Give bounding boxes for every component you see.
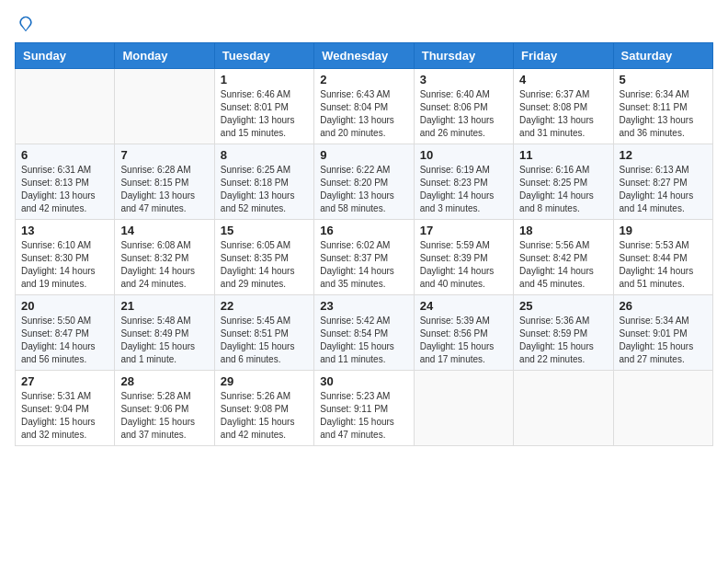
calendar-cell: 24Sunrise: 5:39 AMSunset: 8:56 PMDayligh… <box>414 295 513 371</box>
day-info: Sunrise: 6:34 AMSunset: 8:11 PMDaylight:… <box>620 88 707 140</box>
calendar-cell: 4Sunrise: 6:37 AMSunset: 8:08 PMDaylight… <box>514 69 613 144</box>
calendar-cell: 11Sunrise: 6:16 AMSunset: 8:25 PMDayligh… <box>514 144 613 220</box>
day-info: Sunrise: 6:13 AMSunset: 8:27 PMDaylight:… <box>620 164 707 215</box>
col-friday: Friday <box>514 43 613 69</box>
calendar-cell: 30Sunrise: 5:23 AMSunset: 9:11 PMDayligh… <box>314 371 414 446</box>
day-info: Sunrise: 5:50 AMSunset: 8:47 PMDaylight:… <box>21 315 108 366</box>
calendar-cell: 23Sunrise: 5:42 AMSunset: 8:54 PMDayligh… <box>314 295 414 371</box>
week-row-4: 20Sunrise: 5:50 AMSunset: 8:47 PMDayligh… <box>16 295 713 371</box>
day-info: Sunrise: 5:56 AMSunset: 8:42 PMDaylight:… <box>519 239 607 291</box>
calendar-cell: 10Sunrise: 6:19 AMSunset: 8:23 PMDayligh… <box>414 144 513 220</box>
day-number: 13 <box>21 224 108 237</box>
calendar-cell <box>514 371 613 446</box>
day-info: Sunrise: 5:26 AMSunset: 9:08 PMDaylight:… <box>221 390 308 442</box>
calendar-cell: 17Sunrise: 5:59 AMSunset: 8:39 PMDayligh… <box>414 220 513 295</box>
calendar-cell: 14Sunrise: 6:08 AMSunset: 8:32 PMDayligh… <box>115 220 214 295</box>
day-info: Sunrise: 6:19 AMSunset: 8:23 PMDaylight:… <box>420 164 507 215</box>
calendar-cell <box>613 371 712 446</box>
day-info: Sunrise: 5:36 AMSunset: 8:59 PMDaylight:… <box>519 315 607 366</box>
calendar-header-row: Sunday Monday Tuesday Wednesday Thursday… <box>16 43 713 69</box>
calendar-cell: 5Sunrise: 6:34 AMSunset: 8:11 PMDaylight… <box>613 69 712 144</box>
day-info: Sunrise: 6:40 AMSunset: 8:06 PMDaylight:… <box>420 88 507 140</box>
day-info: Sunrise: 6:08 AMSunset: 8:32 PMDaylight:… <box>120 239 208 291</box>
day-number: 17 <box>420 224 507 237</box>
calendar-cell: 28Sunrise: 5:28 AMSunset: 9:06 PMDayligh… <box>115 371 214 446</box>
calendar-cell: 12Sunrise: 6:13 AMSunset: 8:27 PMDayligh… <box>613 144 712 220</box>
week-row-3: 13Sunrise: 6:10 AMSunset: 8:30 PMDayligh… <box>16 220 713 295</box>
calendar-cell: 9Sunrise: 6:22 AMSunset: 8:20 PMDaylight… <box>314 144 414 220</box>
calendar-cell: 18Sunrise: 5:56 AMSunset: 8:42 PMDayligh… <box>514 220 613 295</box>
day-number: 10 <box>420 148 507 162</box>
day-number: 3 <box>420 73 507 86</box>
calendar-cell: 8Sunrise: 6:25 AMSunset: 8:18 PMDaylight… <box>214 144 313 220</box>
col-tuesday: Tuesday <box>214 43 313 69</box>
calendar-cell: 27Sunrise: 5:31 AMSunset: 9:04 PMDayligh… <box>16 371 115 446</box>
day-info: Sunrise: 6:28 AMSunset: 8:15 PMDaylight:… <box>120 164 208 215</box>
col-sunday: Sunday <box>16 43 115 69</box>
calendar-cell: 2Sunrise: 6:43 AMSunset: 8:04 PMDaylight… <box>314 69 414 144</box>
day-number: 12 <box>620 148 707 162</box>
day-number: 4 <box>519 73 607 86</box>
week-row-5: 27Sunrise: 5:31 AMSunset: 9:04 PMDayligh… <box>16 371 713 446</box>
day-number: 21 <box>120 299 208 313</box>
day-number: 20 <box>21 299 108 313</box>
col-wednesday: Wednesday <box>314 43 414 69</box>
day-number: 23 <box>320 299 407 313</box>
day-info: Sunrise: 5:59 AMSunset: 8:39 PMDaylight:… <box>420 239 507 291</box>
day-number: 15 <box>221 224 308 237</box>
logo <box>15 15 35 33</box>
calendar-cell: 15Sunrise: 6:05 AMSunset: 8:35 PMDayligh… <box>214 220 313 295</box>
day-info: Sunrise: 5:23 AMSunset: 9:11 PMDaylight:… <box>320 390 407 442</box>
week-row-2: 6Sunrise: 6:31 AMSunset: 8:13 PMDaylight… <box>16 144 713 220</box>
week-row-1: 1Sunrise: 6:46 AMSunset: 8:01 PMDaylight… <box>16 69 713 144</box>
day-info: Sunrise: 5:39 AMSunset: 8:56 PMDaylight:… <box>420 315 507 366</box>
day-info: Sunrise: 6:05 AMSunset: 8:35 PMDaylight:… <box>221 239 308 291</box>
day-info: Sunrise: 5:53 AMSunset: 8:44 PMDaylight:… <box>620 239 707 291</box>
day-info: Sunrise: 5:45 AMSunset: 8:51 PMDaylight:… <box>221 315 308 366</box>
logo-bird-icon <box>17 15 35 33</box>
calendar-cell: 19Sunrise: 5:53 AMSunset: 8:44 PMDayligh… <box>613 220 712 295</box>
calendar-table: Sunday Monday Tuesday Wednesday Thursday… <box>15 42 713 446</box>
day-info: Sunrise: 6:43 AMSunset: 8:04 PMDaylight:… <box>320 88 407 140</box>
col-saturday: Saturday <box>613 43 712 69</box>
calendar-cell: 13Sunrise: 6:10 AMSunset: 8:30 PMDayligh… <box>16 220 115 295</box>
day-number: 7 <box>120 148 208 162</box>
calendar-cell: 26Sunrise: 5:34 AMSunset: 9:01 PMDayligh… <box>613 295 712 371</box>
day-info: Sunrise: 5:31 AMSunset: 9:04 PMDaylight:… <box>21 390 108 442</box>
day-info: Sunrise: 6:25 AMSunset: 8:18 PMDaylight:… <box>221 164 308 215</box>
day-number: 24 <box>420 299 507 313</box>
day-number: 9 <box>320 148 407 162</box>
day-number: 27 <box>21 374 108 388</box>
day-number: 6 <box>21 148 108 162</box>
day-info: Sunrise: 5:28 AMSunset: 9:06 PMDaylight:… <box>120 390 208 442</box>
day-number: 26 <box>620 299 707 313</box>
calendar-cell: 6Sunrise: 6:31 AMSunset: 8:13 PMDaylight… <box>16 144 115 220</box>
day-number: 22 <box>221 299 308 313</box>
calendar-cell: 1Sunrise: 6:46 AMSunset: 8:01 PMDaylight… <box>214 69 313 144</box>
day-info: Sunrise: 6:10 AMSunset: 8:30 PMDaylight:… <box>21 239 108 291</box>
calendar-cell <box>414 371 513 446</box>
day-info: Sunrise: 6:37 AMSunset: 8:08 PMDaylight:… <box>519 88 607 140</box>
calendar-cell <box>115 69 214 144</box>
col-monday: Monday <box>115 43 214 69</box>
day-number: 16 <box>320 224 407 237</box>
day-info: Sunrise: 6:31 AMSunset: 8:13 PMDaylight:… <box>21 164 108 215</box>
calendar-cell: 16Sunrise: 6:02 AMSunset: 8:37 PMDayligh… <box>314 220 414 295</box>
day-number: 30 <box>320 374 407 388</box>
day-number: 2 <box>320 73 407 86</box>
day-info: Sunrise: 6:22 AMSunset: 8:20 PMDaylight:… <box>320 164 407 215</box>
col-thursday: Thursday <box>414 43 513 69</box>
day-number: 18 <box>519 224 607 237</box>
day-info: Sunrise: 6:02 AMSunset: 8:37 PMDaylight:… <box>320 239 407 291</box>
calendar-cell: 25Sunrise: 5:36 AMSunset: 8:59 PMDayligh… <box>514 295 613 371</box>
calendar-cell: 7Sunrise: 6:28 AMSunset: 8:15 PMDaylight… <box>115 144 214 220</box>
calendar-cell: 29Sunrise: 5:26 AMSunset: 9:08 PMDayligh… <box>214 371 313 446</box>
day-info: Sunrise: 5:48 AMSunset: 8:49 PMDaylight:… <box>120 315 208 366</box>
calendar-cell <box>16 69 115 144</box>
calendar-cell: 20Sunrise: 5:50 AMSunset: 8:47 PMDayligh… <box>16 295 115 371</box>
calendar-cell: 22Sunrise: 5:45 AMSunset: 8:51 PMDayligh… <box>214 295 313 371</box>
calendar-cell: 3Sunrise: 6:40 AMSunset: 8:06 PMDaylight… <box>414 69 513 144</box>
day-number: 1 <box>221 73 308 86</box>
day-number: 19 <box>620 224 707 237</box>
day-number: 25 <box>519 299 607 313</box>
